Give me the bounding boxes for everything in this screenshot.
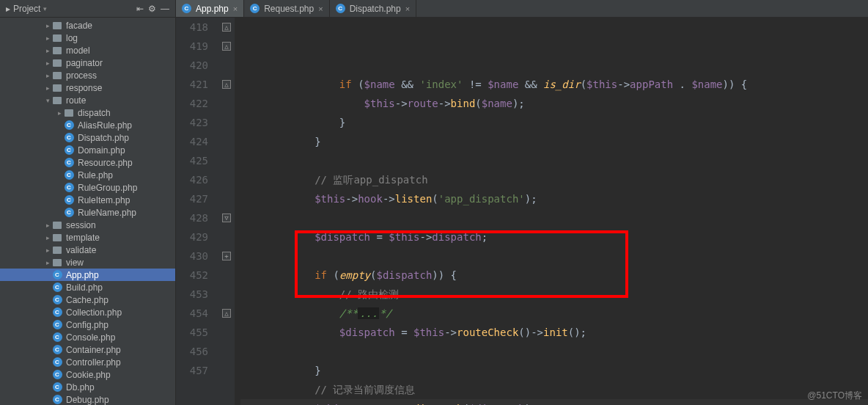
folder-icon bbox=[53, 247, 62, 254]
code-line[interactable]: $this->route->bind($name); bbox=[240, 94, 868, 113]
code-line[interactable] bbox=[240, 342, 868, 361]
tree-item-app-php[interactable]: CApp.php bbox=[0, 269, 175, 281]
close-icon[interactable]: × bbox=[318, 4, 323, 13]
php-icon: C bbox=[53, 270, 62, 280]
code-line[interactable]: $this->request->dispatch($dispatch); bbox=[240, 399, 868, 405]
code-line[interactable]: if (empty($dispatch)) { bbox=[240, 266, 868, 285]
tree-item-validate[interactable]: ▸validate bbox=[0, 244, 175, 256]
tree-item-facade[interactable]: ▸facade bbox=[0, 19, 175, 32]
tree-item-dispatch-php[interactable]: CDispatch.php bbox=[0, 131, 175, 144]
tab-dispatch-php[interactable]: CDispatch.php× bbox=[330, 0, 416, 17]
code-line[interactable]: $this->hook->listen('app_dispatch'); bbox=[240, 189, 868, 208]
tree-item-label: Collection.php bbox=[66, 307, 122, 318]
php-icon: C bbox=[53, 295, 62, 304]
code-line[interactable]: // 记录当前调度信息 bbox=[240, 380, 868, 399]
code-line[interactable]: // 路由检测 bbox=[240, 285, 868, 304]
gear-icon[interactable]: ⚙ bbox=[148, 4, 156, 14]
code-line[interactable]: $dispatch = $this->routeCheck()->init(); bbox=[240, 323, 868, 342]
close-icon[interactable]: × bbox=[233, 4, 238, 13]
folder-icon bbox=[53, 84, 62, 92]
php-icon: C bbox=[65, 183, 74, 192]
folder-icon bbox=[53, 97, 62, 104]
tree-item-ruleitem-php[interactable]: CRuleItem.php bbox=[0, 194, 175, 206]
tree-item-template[interactable]: ▸template bbox=[0, 231, 175, 244]
php-icon: C bbox=[65, 145, 74, 155]
code-line[interactable] bbox=[240, 247, 868, 266]
folder-icon bbox=[53, 222, 62, 229]
folder-icon bbox=[53, 259, 62, 266]
tree-item-domain-php[interactable]: CDomain.php bbox=[0, 144, 175, 156]
tree-item-model[interactable]: ▸model bbox=[0, 44, 175, 56]
folded-block[interactable]: ... bbox=[358, 307, 379, 319]
code-line[interactable] bbox=[240, 151, 868, 170]
project-tree[interactable]: ▸facade▸log▸model▸paginator▸process▸resp… bbox=[0, 18, 175, 405]
tree-item-response[interactable]: ▸response bbox=[0, 81, 175, 94]
fold-marker[interactable]: + bbox=[222, 252, 231, 260]
line-number: 429 bbox=[176, 227, 208, 247]
tree-item-label: validate bbox=[66, 245, 96, 255]
tree-item-label: facade bbox=[66, 21, 92, 31]
close-icon[interactable]: × bbox=[405, 4, 410, 13]
tree-item-label: AliasRule.php bbox=[78, 120, 132, 131]
tree-item-rulename-php[interactable]: CRuleName.php bbox=[0, 206, 175, 219]
tree-item-cookie-php[interactable]: CCookie.php bbox=[0, 368, 175, 381]
tree-item-db-php[interactable]: CDb.php bbox=[0, 381, 175, 393]
tab-app-php[interactable]: CApp.php× bbox=[176, 0, 244, 17]
line-number: 421 bbox=[176, 75, 208, 94]
tree-item-build-php[interactable]: CBuild.php bbox=[0, 281, 175, 293]
folder-icon bbox=[53, 22, 62, 29]
code-line[interactable]: } bbox=[240, 132, 868, 151]
tree-item-config-php[interactable]: CConfig.php bbox=[0, 318, 175, 331]
code-line[interactable]: } bbox=[240, 113, 868, 132]
tree-item-rulegroup-php[interactable]: CRuleGroup.php bbox=[0, 181, 175, 194]
arrow-icon: ▸ bbox=[56, 109, 63, 117]
sidebar-title[interactable]: ▸ Project ▾ bbox=[6, 4, 47, 14]
tree-item-dispatch[interactable]: ▸dispatch bbox=[0, 106, 175, 119]
code-content[interactable]: if ($name && 'index' != $name && is_dir(… bbox=[235, 18, 868, 405]
tree-item-label: Rule.php bbox=[78, 170, 113, 180]
php-icon: C bbox=[336, 4, 345, 13]
tab-request-php[interactable]: CRequest.php× bbox=[244, 0, 330, 17]
tree-item-paginator[interactable]: ▸paginator bbox=[0, 56, 175, 69]
tree-item-debug-php[interactable]: CDebug.php bbox=[0, 393, 175, 405]
tree-item-collection-php[interactable]: CCollection.php bbox=[0, 306, 175, 318]
tree-item-aliasrule-php[interactable]: CAliasRule.php bbox=[0, 119, 175, 131]
tree-item-process[interactable]: ▸process bbox=[0, 69, 175, 81]
code-line[interactable]: // 监听app_dispatch bbox=[240, 170, 868, 189]
fold-marker[interactable]: ▽ bbox=[222, 214, 231, 222]
arrow-icon: ▸ bbox=[44, 234, 51, 241]
code-line[interactable]: $dispatch = $this->dispatch; bbox=[240, 227, 868, 247]
code-line[interactable]: /**...*/ bbox=[240, 304, 868, 323]
code-line[interactable]: if ($name && 'index' != $name && is_dir(… bbox=[240, 75, 868, 94]
php-icon: C bbox=[250, 4, 260, 13]
arrow-icon: ▸ bbox=[44, 22, 51, 29]
tree-item-label: Domain.php bbox=[78, 145, 125, 156]
minimize-icon[interactable]: — bbox=[161, 4, 169, 14]
tree-item-console-php[interactable]: CConsole.php bbox=[0, 331, 175, 343]
fold-marker[interactable]: △ bbox=[222, 309, 231, 318]
tree-item-controller-php[interactable]: CController.php bbox=[0, 356, 175, 368]
folder-icon bbox=[53, 59, 62, 67]
tree-item-cache-php[interactable]: CCache.php bbox=[0, 293, 175, 306]
code-area[interactable]: 4184194204214224234244254264274284294304… bbox=[176, 18, 868, 405]
tree-item-label: log bbox=[66, 33, 78, 43]
tree-item-session[interactable]: ▸session bbox=[0, 219, 175, 231]
php-icon: C bbox=[53, 332, 62, 342]
tree-item-view[interactable]: ▸view bbox=[0, 256, 175, 269]
tree-item-label: Cookie.php bbox=[66, 370, 111, 380]
tree-item-label: RuleName.php bbox=[78, 208, 136, 218]
project-sidebar: ▸ Project ▾ ⇤ ⚙ — ▸facade▸log▸model▸pagi… bbox=[0, 0, 176, 405]
tree-item-container-php[interactable]: CContainer.php bbox=[0, 343, 175, 356]
tree-item-log[interactable]: ▸log bbox=[0, 32, 175, 44]
tree-item-rule-php[interactable]: CRule.php bbox=[0, 169, 175, 181]
tree-item-label: Controller.php bbox=[66, 357, 121, 368]
code-line[interactable]: } bbox=[240, 361, 868, 380]
fold-marker[interactable]: △ bbox=[222, 23, 231, 32]
fold-marker[interactable]: △ bbox=[222, 42, 231, 51]
fold-marker[interactable]: △ bbox=[222, 80, 231, 89]
line-number: 424 bbox=[176, 132, 208, 151]
tree-item-route[interactable]: ▾route bbox=[0, 94, 175, 106]
collapse-icon[interactable]: ⇤ bbox=[136, 4, 144, 14]
tree-item-resource-php[interactable]: CResource.php bbox=[0, 156, 175, 169]
code-line[interactable] bbox=[240, 208, 868, 227]
